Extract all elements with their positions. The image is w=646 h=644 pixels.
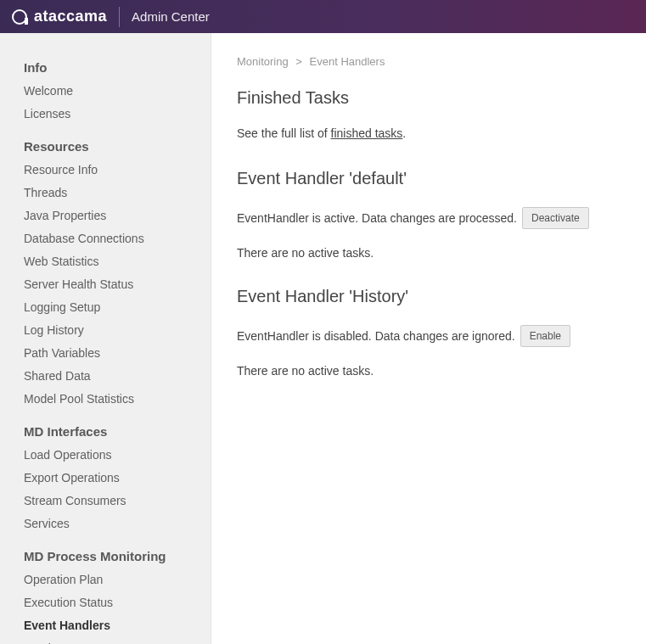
no-active-tasks: There are no active tasks. <box>237 246 621 260</box>
nav-item-resource-info[interactable]: Resource Info <box>0 159 211 182</box>
nav-item-path-variables[interactable]: Path Variables <box>0 342 211 365</box>
nav-heading: MD Interfaces <box>0 421 211 444</box>
finished-tasks-link[interactable]: finished tasks <box>331 126 403 140</box>
nav-item-operation-plan[interactable]: Operation Plan <box>0 568 211 591</box>
breadcrumb: Monitoring > Event Handlers <box>237 55 621 68</box>
nav-item-licenses[interactable]: Licenses <box>0 103 211 126</box>
nav-item-model-pool-statistics[interactable]: Model Pool Statistics <box>0 388 211 411</box>
nav-item-log-history[interactable]: Log History <box>0 319 211 342</box>
nav-item-shared-data[interactable]: Shared Data <box>0 365 211 388</box>
nav-item-threads[interactable]: Threads <box>0 182 211 204</box>
nav-item-java-properties[interactable]: Java Properties <box>0 204 211 227</box>
event-handler-status: EventHandler is active. Data changes are… <box>237 211 517 225</box>
nav-item-logging-setup[interactable]: Logging Setup <box>0 296 211 319</box>
event-handler-block: Event Handler 'default'EventHandler is a… <box>237 169 621 260</box>
deactivate-button[interactable]: Deactivate <box>522 207 589 229</box>
brand-icon <box>12 9 27 25</box>
enable-button[interactable]: Enable <box>520 325 570 347</box>
nav-item-export-operations[interactable]: Export Operations <box>0 467 211 490</box>
app-header: ataccama Admin Center <box>0 0 646 33</box>
nav-item-web-statistics[interactable]: Web Statistics <box>0 250 211 273</box>
brand-text: ataccama <box>34 8 107 25</box>
nav-section: InfoWelcomeLicenses <box>0 57 211 126</box>
nav-heading: Resources <box>0 136 211 159</box>
nav-item-load-operations[interactable]: Load Operations <box>0 444 211 467</box>
nav-item-event-handlers[interactable]: Event Handlers <box>0 614 211 637</box>
intro-prefix: See the full list of <box>237 126 331 140</box>
nav-section: MD Process MonitoringOperation PlanExecu… <box>0 546 211 644</box>
nav-item-services[interactable]: Services <box>0 512 211 535</box>
nav-heading: MD Process Monitoring <box>0 546 211 568</box>
app-title: Admin Center <box>132 9 210 24</box>
nav-section: MD InterfacesLoad OperationsExport Opera… <box>0 421 211 535</box>
event-handler-block: Event Handler 'History'EventHandler is d… <box>237 287 621 378</box>
main-content: Monitoring > Event Handlers Finished Tas… <box>211 33 646 644</box>
nav-section: ResourcesResource InfoThreadsJava Proper… <box>0 136 211 411</box>
brand-group: ataccama <box>12 7 120 27</box>
finished-tasks-title: Finished Tasks <box>237 88 621 108</box>
nav-item-persistence-status[interactable]: Persistence Status <box>0 637 211 644</box>
intro-suffix: . <box>402 126 406 140</box>
event-handler-status-row: EventHandler is active. Data changes are… <box>237 207 621 229</box>
finished-tasks-intro: See the full list of finished tasks. <box>237 126 621 140</box>
event-handler-status: EventHandler is disabled. Data changes a… <box>237 329 515 343</box>
event-handler-status-row: EventHandler is disabled. Data changes a… <box>237 325 621 347</box>
no-active-tasks: There are no active tasks. <box>237 364 621 378</box>
nav-item-database-connections[interactable]: Database Connections <box>0 227 211 250</box>
nav-item-server-health-status[interactable]: Server Health Status <box>0 273 211 296</box>
event-handler-title: Event Handler 'History' <box>237 287 621 306</box>
nav-item-execution-status[interactable]: Execution Status <box>0 591 211 614</box>
nav-item-welcome[interactable]: Welcome <box>0 80 211 103</box>
breadcrumb-root[interactable]: Monitoring <box>237 55 289 68</box>
sidebar: InfoWelcomeLicensesResourcesResource Inf… <box>0 33 211 644</box>
nav-item-stream-consumers[interactable]: Stream Consumers <box>0 490 211 512</box>
breadcrumb-current: Event Handlers <box>310 55 385 68</box>
event-handler-title: Event Handler 'default' <box>237 169 621 188</box>
breadcrumb-sep: > <box>295 55 302 68</box>
nav-heading: Info <box>0 57 211 80</box>
